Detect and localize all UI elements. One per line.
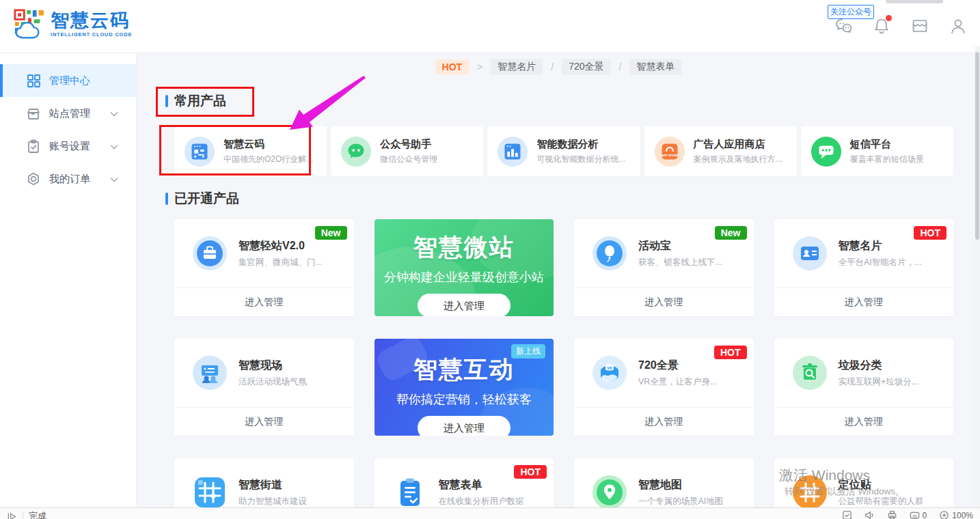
chevron-down-icon (110, 173, 118, 185)
enter-manage-button[interactable]: 进入管理 (418, 294, 511, 316)
sidebar-item-management-center[interactable]: 管理中心 (0, 64, 136, 97)
product-desc: 可视化智能数据分析统... (536, 154, 625, 165)
card-title: 720全景 (638, 359, 717, 373)
sidebar-item-account-settings[interactable]: 账号设置 (0, 130, 136, 163)
opened-card-location-sticker[interactable]: 定位贴 公益帮助有需要的人群 进入管理 (774, 458, 954, 508)
card-title: 智慧现场 (239, 359, 307, 373)
browser-scrollbar-top (886, 0, 943, 3)
opened-card-smart-scene[interactable]: 智慧现场 活跃活动现场气氛 进入管理 (174, 339, 354, 436)
product-card-official-account-helper[interactable]: 公众号助手 微信公众号管理 (331, 126, 483, 176)
map-pin-icon (592, 475, 627, 508)
product-card-smart-cloud-code[interactable]: 智慧云码 中国领先的O2O行业解... (174, 126, 327, 176)
hot-tag[interactable]: HOT (435, 59, 469, 74)
new-badge: New (715, 226, 747, 240)
banner-smart-micro-site[interactable]: 智慧微站 分钟构建企业轻量级创意小站 进入管理 (375, 219, 554, 316)
card-title: 定位贴 (839, 478, 924, 492)
clipboard-icon (26, 139, 41, 154)
hot-badge: HOT (714, 346, 747, 359)
ad-blocker-indicator[interactable]: ad 0 (910, 510, 927, 519)
enter-manage-button[interactable]: 进入管理 (574, 407, 754, 436)
title-accent-bar (165, 95, 168, 107)
svg-text:VR: VR (607, 366, 612, 370)
card-title: 智慧街道 (239, 478, 307, 492)
user-icon[interactable] (949, 16, 968, 36)
bell-icon[interactable] (872, 16, 891, 36)
resume-icon[interactable] (7, 511, 17, 519)
street-grid-icon (192, 475, 228, 508)
check-square-icon[interactable] (842, 510, 852, 519)
opened-card-activity-treasure[interactable]: New 活动宝 获客、锁客线上线下... 进入管理 (574, 219, 754, 316)
product-card-advertiser-app-store[interactable]: APP STORE 广告人应用商店 案例展示及落地执行方... (644, 126, 797, 176)
product-name: 智能数据分析 (536, 138, 625, 151)
opened-card-smart-lite-site[interactable]: New 智慧轻站V2.0 集官网、微商城、门... 进入管理 (174, 219, 354, 316)
enter-manage-button[interactable]: 进入管理 (418, 416, 511, 436)
opened-card-smart-form[interactable]: HOT 智慧表单 在线收集分析用户数据 进入管理 (375, 458, 554, 508)
section-title-common-products: 常用产品 (165, 92, 226, 110)
sidebar-item-site-management[interactable]: 站点管理 (0, 97, 136, 130)
breadcrumb-tag-smart-form[interactable]: 智慧表单 (629, 59, 681, 75)
banner-title: 智慧互动 (375, 354, 554, 386)
banner-subtitle: 帮你搞定营销，轻松获客 (375, 391, 554, 408)
storefront-icon (26, 106, 41, 121)
product-name: 智慧云码 (223, 138, 313, 151)
product-desc: 覆盖丰富的短信场景 (850, 154, 924, 165)
wechat-icon[interactable] (834, 16, 853, 36)
banner-subtitle: 分钟构建企业轻量级创意小站 (375, 269, 554, 285)
presentation-icon (192, 355, 228, 391)
sms-bubble-icon (811, 136, 842, 167)
logo-qr-cloud-icon (14, 9, 45, 40)
scrollbar-thumb[interactable] (975, 52, 979, 240)
breadcrumb-slash: / (619, 61, 622, 72)
product-name: 广告人应用商店 (694, 138, 782, 151)
card-desc: 全平台AI智能名片，... (839, 257, 922, 268)
qr-window-icon (184, 136, 215, 167)
enter-manage-button[interactable]: 进入管理 (774, 407, 954, 436)
sidebar-item-my-orders[interactable]: 我的订单 (0, 163, 136, 195)
status-divider (23, 511, 23, 519)
enter-manage-button[interactable]: 进入管理 (174, 287, 354, 316)
enter-manage-button[interactable]: 进入管理 (774, 287, 954, 316)
product-desc: 微信公众号管理 (380, 154, 437, 165)
page-scrollbar[interactable] (975, 46, 980, 508)
wechat-bubble-icon (340, 136, 372, 167)
card-desc: 在线收集分析用户数据 (439, 496, 524, 507)
grid-icon (26, 73, 41, 88)
opened-card-smart-business-card[interactable]: HOT 智慧名片 全平台AI智能名片，... 进入管理 (774, 219, 954, 316)
trash-search-icon (792, 355, 828, 391)
card-title: 垃圾分类 (839, 359, 919, 373)
opened-card-smart-street[interactable]: 智慧街道 助力智慧城市建设 进入管理 (174, 458, 354, 508)
main-content: HOT > 智慧名片 / 720全景 / 智慧表单 常用产品 智慧云码 中国领先… (137, 53, 980, 508)
breadcrumb-arrow: > (477, 61, 482, 72)
speaker-icon[interactable] (865, 510, 875, 519)
enter-manage-button[interactable]: 进入管理 (574, 287, 754, 316)
printer-icon[interactable] (887, 510, 897, 519)
balloon-icon (592, 236, 627, 271)
banner-smart-interaction[interactable]: 新上线 智慧互动 帮你搞定营销，轻松获客 进入管理 (375, 339, 554, 436)
product-desc: 中国领先的O2O行业解... (223, 154, 313, 165)
breadcrumb-tag-smart-card[interactable]: 智慧名片 (491, 59, 543, 75)
zoom-level: 100% (952, 511, 973, 519)
product-card-smart-data-analysis[interactable]: 智能数据分析 可视化智能数据分析统... (487, 126, 640, 176)
logo-subtitle: INTELLIGENT CLOUD CODE (51, 32, 132, 38)
opened-card-smart-map[interactable]: 智慧地图 一个专属的场景AI地图 进入管理 (574, 458, 754, 508)
id-card-icon (792, 236, 828, 271)
store-icon[interactable] (910, 16, 929, 36)
app-store-icon: APP STORE (654, 136, 685, 167)
card-desc: 助力智慧城市建设 (239, 496, 307, 507)
section-title-opened-products: 已开通产品 (165, 190, 239, 208)
product-card-sms-platform[interactable]: 短信平台 覆盖丰富的短信场景 (801, 126, 953, 176)
zoom-control[interactable]: 100% (939, 510, 973, 519)
opened-card-garbage-sorting[interactable]: 垃圾分类 实现互联网+垃圾分... 进入管理 (774, 339, 954, 436)
breadcrumb-tag-720-panorama[interactable]: 720全景 (562, 59, 610, 75)
opened-card-720-panorama[interactable]: HOT VR 720全景 VR全景，让客户身... 进入管理 (574, 339, 754, 436)
vr-headset-icon: VR (592, 355, 627, 391)
enter-manage-button[interactable]: 进入管理 (174, 407, 354, 436)
logo[interactable]: 智慧云码 INTELLIGENT CLOUD CODE (14, 9, 132, 40)
card-desc: 活跃活动现场气氛 (239, 376, 307, 388)
zoom-icon (939, 510, 949, 519)
hot-badge: HOT (914, 226, 947, 240)
product-name: 公众号助手 (380, 138, 437, 151)
card-desc: 一个专属的场景AI地图 (638, 496, 723, 507)
nut-icon (26, 171, 41, 186)
card-title: 智慧名片 (839, 239, 922, 253)
